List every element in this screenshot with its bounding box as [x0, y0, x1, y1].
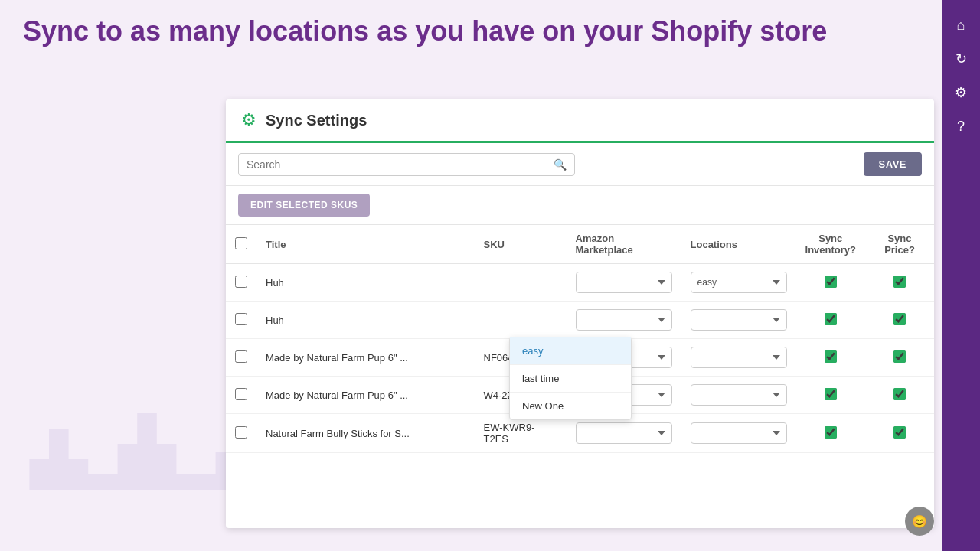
sync-inventory-checkbox[interactable]: [825, 350, 837, 363]
sidebar-home-icon[interactable]: ⌂: [947, 11, 975, 39]
locations-dropdown[interactable]: easy: [691, 272, 787, 293]
sync-inventory-checkbox[interactable]: [825, 388, 837, 400]
search-input[interactable]: [247, 158, 550, 171]
page-header: Sync to as many locations as you have on…: [0, 0, 980, 55]
locations-dropdown[interactable]: [691, 309, 787, 331]
dropdown-option-new-one[interactable]: New One: [510, 393, 631, 419]
header-sync-price-col: Sync Price?: [865, 225, 934, 264]
sync-price-checkbox[interactable]: [893, 350, 906, 363]
amazon-marketplace-dropdown[interactable]: [576, 272, 672, 293]
locations-dropdown[interactable]: [691, 347, 787, 368]
sync-inventory-checkbox[interactable]: [825, 313, 837, 325]
header-amazon-col: Amazon Marketplace: [567, 225, 681, 264]
sync-inventory-checkbox[interactable]: [825, 426, 837, 439]
right-sidebar: ⌂ ↻ ⚙ ?: [942, 0, 980, 551]
panel-header: ⚙ Sync Settings: [226, 99, 934, 143]
row-checkbox[interactable]: [235, 350, 247, 363]
panel-header-title: Sync Settings: [266, 112, 367, 129]
row-title: Made by Natural Farm Pup 6" ...: [256, 339, 475, 377]
save-button[interactable]: SAVE: [864, 152, 922, 176]
header-checkbox-col: [226, 225, 256, 264]
row-checkbox[interactable]: [235, 276, 247, 288]
panel-header-gear-icon: ⚙: [241, 110, 256, 130]
search-container: 🔍: [238, 153, 575, 176]
sync-price-checkbox[interactable]: [893, 276, 906, 288]
row-title: Natural Farm Bully Sticks for S...: [256, 414, 475, 453]
sidebar-settings-icon[interactable]: ⚙: [947, 79, 975, 106]
chat-icon: 😊: [912, 514, 927, 529]
sync-price-checkbox[interactable]: [893, 388, 906, 400]
table-header: Title SKU Amazon Marketplace Locations S…: [226, 225, 934, 264]
row-title: Huh: [256, 264, 475, 302]
select-all-checkbox[interactable]: [235, 237, 247, 249]
sidebar-refresh-icon[interactable]: ↻: [947, 45, 975, 73]
row-checkbox[interactable]: [235, 388, 247, 400]
sync-inventory-checkbox[interactable]: [825, 276, 837, 288]
toolbar: 🔍 SAVE: [226, 143, 934, 186]
row-title: Huh: [256, 302, 475, 339]
sync-price-checkbox[interactable]: [893, 426, 906, 439]
locations-dropdown-popup: easy last time New One: [509, 337, 632, 420]
table-row: Huh: [226, 302, 934, 339]
row-title: Made by Natural Farm Pup 6" ...: [256, 377, 475, 414]
row-sku: [475, 302, 567, 339]
header-sync-inventory-col: Sync Inventory?: [796, 225, 865, 264]
dropdown-option-easy[interactable]: easy: [510, 337, 631, 365]
row-checkbox[interactable]: [235, 426, 247, 439]
header-title-col: Title: [256, 225, 475, 264]
sidebar-help-icon[interactable]: ?: [947, 112, 975, 140]
locations-dropdown[interactable]: [691, 384, 787, 406]
header-locations-col: Locations: [681, 225, 796, 264]
main-panel: ⚙ Sync Settings 🔍 SAVE EDIT SELECTED SKU…: [226, 99, 934, 528]
sync-price-checkbox[interactable]: [893, 313, 906, 325]
amazon-marketplace-dropdown[interactable]: [576, 309, 672, 331]
dropdown-option-last-time[interactable]: last time: [510, 365, 631, 393]
amazon-marketplace-dropdown[interactable]: [576, 422, 672, 444]
page-title: Sync to as many locations as you have on…: [23, 15, 957, 47]
chat-bubble[interactable]: 😊: [905, 507, 934, 536]
edit-btn-row: EDIT SELECTED SKUS: [226, 186, 934, 225]
table-row: Huh easy: [226, 264, 934, 302]
edit-selected-skus-button[interactable]: EDIT SELECTED SKUS: [238, 194, 370, 217]
header-sku-col: SKU: [475, 225, 567, 264]
search-icon: 🔍: [554, 158, 567, 171]
row-sku: [475, 264, 567, 302]
locations-dropdown[interactable]: [691, 422, 787, 444]
row-checkbox[interactable]: [235, 313, 247, 325]
